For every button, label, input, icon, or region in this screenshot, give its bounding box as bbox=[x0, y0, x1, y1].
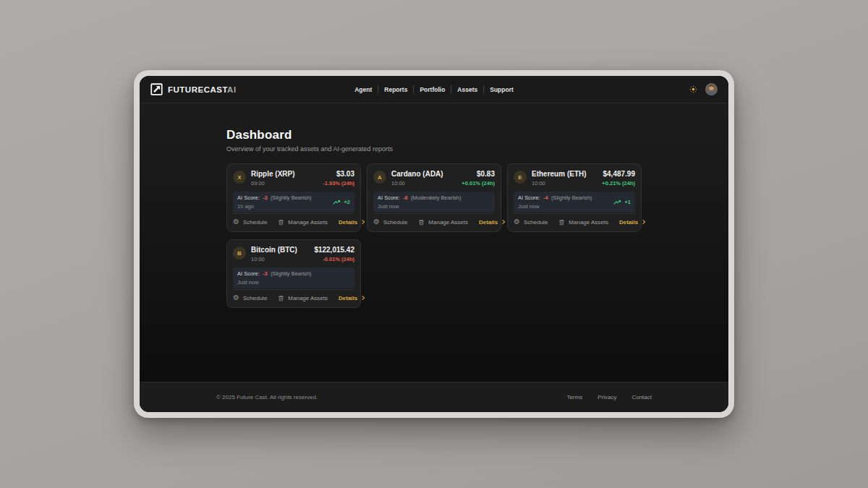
manage-assets-label: Manage Assets bbox=[569, 219, 608, 226]
manage-assets-button[interactable]: Manage Assets bbox=[558, 219, 608, 226]
ai-score-label: AI Score: bbox=[518, 194, 540, 201]
ai-updated-time: Just now bbox=[237, 279, 312, 286]
chevron-right-icon bbox=[360, 295, 366, 301]
manage-assets-label: Manage Assets bbox=[288, 219, 328, 226]
main-content: Dashboard Overview of your tracked asset… bbox=[140, 103, 728, 382]
brand-name: FUTURECASTAI bbox=[168, 85, 237, 94]
asset-name: Cardano (ADA) bbox=[391, 170, 456, 178]
ai-score-value: -6 bbox=[403, 194, 408, 201]
details-button[interactable]: Details bbox=[619, 219, 647, 226]
trending-up-icon bbox=[613, 200, 622, 205]
nav-item-portfolio[interactable]: Portfolio bbox=[420, 86, 445, 93]
card-actions: ⚙Schedule Manage Assets Details bbox=[233, 289, 354, 301]
ai-updated-time: Just now bbox=[518, 203, 592, 210]
schedule-label: Schedule bbox=[383, 219, 407, 226]
copyright-text: © 2025 Future Cast. All rights reserved. bbox=[216, 394, 318, 401]
trash-icon bbox=[558, 219, 565, 226]
ai-score-label: AI Score: bbox=[237, 270, 260, 277]
nav-item-reports[interactable]: Reports bbox=[384, 86, 407, 93]
card-actions: ⚙Schedule Manage Assets Details bbox=[373, 213, 495, 226]
card-header: X Ripple (XRP) 09:00 $3.03 -1.93% (24h) bbox=[233, 170, 354, 187]
asset-card: A Cardano (ADA) 10:00 $0.83 +0.01% (24h)… bbox=[367, 163, 501, 232]
details-label: Details bbox=[479, 219, 498, 226]
details-button[interactable]: Details bbox=[479, 219, 506, 226]
schedule-button[interactable]: ⚙Schedule bbox=[373, 218, 407, 226]
schedule-label: Schedule bbox=[243, 295, 267, 301]
details-label: Details bbox=[619, 219, 638, 226]
trend-badge: +1 bbox=[613, 199, 631, 205]
schedule-button[interactable]: ⚙Schedule bbox=[233, 294, 267, 301]
details-button[interactable]: Details bbox=[339, 295, 366, 301]
card-header: B Bitcoin (BTC) 10:00 $122,015.42 -0.01%… bbox=[233, 246, 354, 262]
asset-change: -0.01% (24h) bbox=[314, 256, 354, 262]
chevron-right-icon bbox=[360, 219, 366, 225]
asset-card: B Bitcoin (BTC) 10:00 $122,015.42 -0.01%… bbox=[226, 239, 361, 308]
asset-price: $0.83 bbox=[461, 170, 495, 178]
nav-separator bbox=[378, 85, 378, 93]
nav-item-agent[interactable]: Agent bbox=[354, 86, 372, 93]
ai-sentiment: (Slightly Bearish) bbox=[271, 194, 312, 201]
chevron-right-icon bbox=[501, 219, 506, 225]
asset-badge: A bbox=[373, 171, 386, 184]
trash-icon bbox=[278, 295, 284, 301]
ai-sentiment: (Slightly Bearish) bbox=[551, 194, 592, 201]
schedule-button[interactable]: ⚙Schedule bbox=[233, 218, 267, 226]
asset-change: -1.93% (24h) bbox=[323, 180, 354, 187]
schedule-button[interactable]: ⚙Schedule bbox=[514, 218, 548, 226]
ai-sentiment: (Moderately Bearish) bbox=[411, 194, 461, 201]
ai-sentiment: (Slightly Bearish) bbox=[271, 270, 312, 277]
asset-time: 10:00 bbox=[532, 180, 597, 187]
chevron-right-icon bbox=[641, 219, 647, 225]
gear-icon: ⚙ bbox=[233, 218, 239, 226]
manage-assets-button[interactable]: Manage Assets bbox=[278, 219, 328, 226]
footer-link-contact[interactable]: Contact bbox=[631, 394, 652, 401]
app-window: FUTURECASTAI AgentReportsPortfolioAssets… bbox=[134, 70, 734, 418]
ai-score-strip: AI Score: -6 (Moderately Bearish) Just n… bbox=[373, 192, 495, 213]
ai-updated-time: 1h ago bbox=[237, 203, 312, 210]
nav-separator bbox=[483, 85, 484, 93]
ai-score-label: AI Score: bbox=[378, 194, 400, 201]
ai-score-label: AI Score: bbox=[237, 194, 260, 201]
trend-badge: +2 bbox=[333, 199, 350, 205]
asset-card: X Ripple (XRP) 09:00 $3.03 -1.93% (24h) … bbox=[226, 163, 361, 232]
asset-badge: E bbox=[514, 171, 527, 184]
page-subtitle: Overview of your tracked assets and AI-g… bbox=[226, 145, 642, 153]
nav-separator bbox=[451, 85, 451, 93]
manage-assets-button[interactable]: Manage Assets bbox=[278, 295, 328, 301]
asset-name: Ethereum (ETH) bbox=[532, 170, 597, 178]
ai-score-value: -3 bbox=[263, 194, 268, 201]
asset-change: +0.21% (24h) bbox=[602, 180, 635, 187]
ai-score-value: -4 bbox=[543, 194, 548, 201]
footer-link-privacy[interactable]: Privacy bbox=[597, 394, 616, 401]
asset-name: Ripple (XRP) bbox=[251, 170, 318, 178]
trash-icon bbox=[418, 219, 425, 226]
nav-item-assets[interactable]: Assets bbox=[457, 86, 477, 93]
main-nav: AgentReportsPortfolioAssetsSupport bbox=[354, 85, 514, 93]
asset-change: +0.01% (24h) bbox=[461, 180, 495, 187]
gear-icon: ⚙ bbox=[514, 218, 520, 226]
user-avatar[interactable] bbox=[705, 83, 718, 95]
details-label: Details bbox=[339, 219, 357, 226]
gear-icon: ⚙ bbox=[233, 294, 239, 301]
asset-card: E Ethereum (ETH) 10:00 $4,487.99 +0.21% … bbox=[507, 163, 642, 232]
manage-assets-label: Manage Assets bbox=[288, 295, 328, 301]
details-button[interactable]: Details bbox=[339, 219, 366, 226]
schedule-label: Schedule bbox=[524, 219, 548, 226]
ai-score-value: -3 bbox=[263, 270, 268, 277]
ai-score-strip: AI Score: -4 (Slightly Bearish) Just now… bbox=[514, 192, 635, 213]
ai-updated-time: Just now bbox=[378, 203, 461, 210]
asset-price: $122,015.42 bbox=[314, 246, 354, 254]
asset-badge: X bbox=[233, 171, 246, 184]
manage-assets-button[interactable]: Manage Assets bbox=[418, 219, 468, 226]
manage-assets-label: Manage Assets bbox=[428, 219, 468, 226]
ai-score-strip: AI Score: -3 (Slightly Bearish) 1h ago +… bbox=[233, 192, 354, 213]
logo-icon bbox=[150, 83, 163, 95]
footer-link-terms[interactable]: Terms bbox=[566, 394, 582, 401]
schedule-label: Schedule bbox=[243, 219, 267, 226]
nav-item-support[interactable]: Support bbox=[490, 86, 514, 93]
theme-toggle-button[interactable] bbox=[689, 85, 697, 93]
trending-up-icon bbox=[333, 200, 341, 205]
card-actions: ⚙Schedule Manage Assets Details bbox=[233, 213, 354, 226]
brand-main: FUTURECAST bbox=[168, 85, 227, 94]
sun-icon bbox=[689, 85, 697, 93]
